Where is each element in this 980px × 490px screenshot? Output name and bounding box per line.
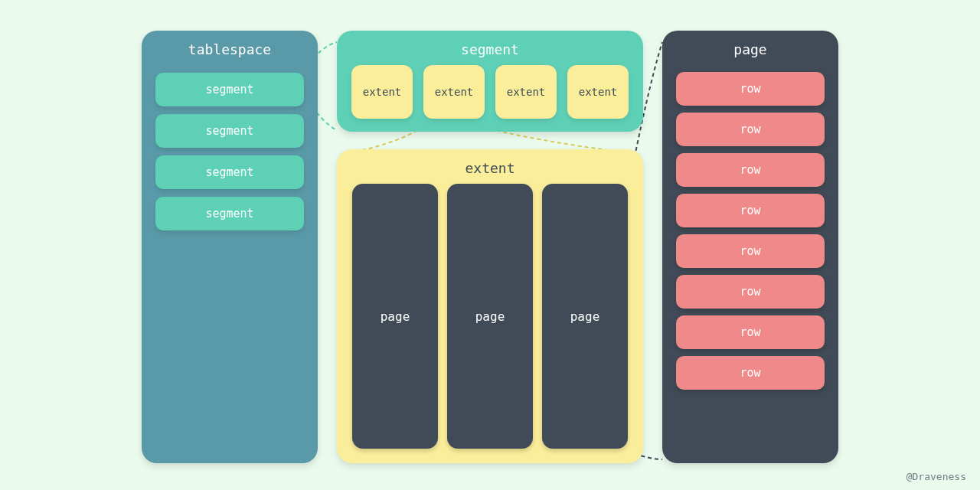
- tablespace-panel: tablespace segment segment segment segme…: [142, 31, 318, 463]
- segment-extent-item: extent: [567, 65, 629, 119]
- segment-panel: segment extent extent extent extent: [337, 31, 643, 132]
- extent-page-item: page: [352, 184, 438, 449]
- page-row-item: row: [676, 153, 825, 187]
- page-panel: page row row row row row row row row: [662, 31, 838, 463]
- tablespace-segment-item: segment: [155, 73, 304, 106]
- page-row-item: row: [676, 113, 825, 146]
- page-row-item: row: [676, 275, 825, 309]
- credit-text: @Draveness: [906, 471, 966, 482]
- page-row-item: row: [676, 194, 825, 227]
- page-row-item: row: [676, 72, 825, 106]
- segment-title: segment: [337, 31, 643, 65]
- extent-panel: extent page page page: [337, 149, 643, 463]
- tablespace-segment-item: segment: [155, 155, 304, 189]
- tablespace-title: tablespace: [142, 31, 318, 65]
- page-row-item: row: [676, 356, 825, 390]
- tablespace-segment-item: segment: [155, 197, 304, 230]
- tablespace-segment-item: segment: [155, 114, 304, 148]
- page-row-item: row: [676, 234, 825, 268]
- page-title: page: [662, 31, 838, 65]
- extent-page-item: page: [447, 184, 533, 449]
- page-row-item: row: [676, 315, 825, 349]
- segment-extent-item: extent: [423, 65, 485, 119]
- extent-title: extent: [337, 149, 643, 184]
- segment-extent-item: extent: [351, 65, 413, 119]
- segment-extent-item: extent: [495, 65, 557, 119]
- extent-page-item: page: [542, 184, 628, 449]
